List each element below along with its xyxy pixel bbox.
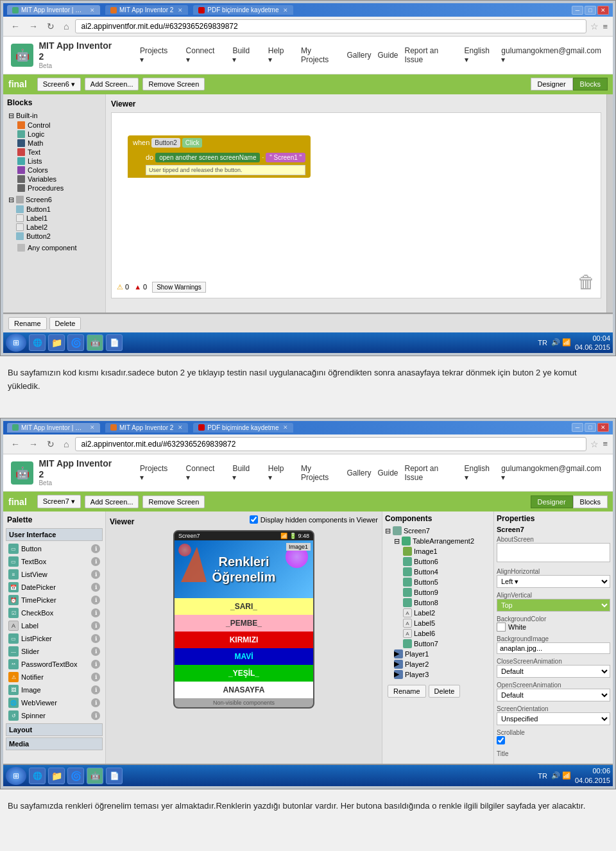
prop-about-input[interactable] [497,543,610,562]
reload-btn[interactable]: ↻ [44,20,57,33]
s2-taskbar-icon-chrome[interactable]: 🌀 [67,768,84,784]
prop-scrollable-checkbox[interactable] [497,736,505,744]
s2-nav-english[interactable]: English ▾ [465,464,495,482]
block-button2-text[interactable]: Button2 [151,138,180,148]
screen6-toggle[interactable]: ⊟ Screen6 [7,195,101,205]
comp-screen7[interactable]: ⊟ Screen7 [385,526,491,536]
blocks-btn-1[interactable]: Blocks [573,78,608,90]
palette-datepicker-info[interactable]: ℹ [91,583,100,592]
s2-nav-projects[interactable]: Projects ▾ [135,461,178,485]
palette-textbox[interactable]: ▭ TextBox ℹ [6,555,103,568]
prop-screen-orient-select[interactable]: Unspecified [497,712,610,725]
prop-align-v-select[interactable]: Top [497,599,610,612]
sidebar-control[interactable]: Control [7,121,101,130]
palette-slider[interactable]: — Slider ℹ [6,645,103,658]
palette-listview-info[interactable]: ℹ [91,570,100,579]
prop-align-h-select[interactable]: Left ▾ [497,575,610,588]
palette-checkbox-info[interactable]: ℹ [91,608,100,617]
sidebar-btn1[interactable]: Button1 [7,205,101,214]
browser-menu-icon[interactable]: ≡ [603,22,608,31]
s2-browser-menu-icon[interactable]: ≡ [603,439,608,449]
comp-player3[interactable]: ▶ Player3 [385,669,491,680]
s2-display-hidden-checkbox[interactable] [250,515,258,524]
palette-slider-info[interactable]: ℹ [91,647,100,656]
minimize-btn[interactable]: ─ [572,6,583,15]
s2-nav-user[interactable]: gulumangokmen@gmail.com ▾ [501,464,605,482]
s2-btn-blue[interactable]: MAVİ [175,648,313,665]
palette-datepicker[interactable]: 📅 DatePicker ℹ [6,581,103,594]
palette-timepicker[interactable]: ⏰ TimePicker ℹ [6,594,103,606]
taskbar-icon-folder[interactable]: 📁 [48,334,65,351]
maximize-btn[interactable]: □ [585,6,596,15]
home-btn[interactable]: ⌂ [61,20,71,33]
s2-minimize-btn[interactable]: ─ [572,423,583,432]
palette-image-info[interactable]: ℹ [91,685,100,694]
address-input-1[interactable] [75,19,586,33]
nav-gallery[interactable]: Gallery [346,51,371,60]
nav-myprojects[interactable]: My Projects [301,46,340,64]
designer-btn-1[interactable]: Designer [531,78,573,90]
nav-english[interactable]: English ▾ [465,46,495,64]
s2-taskbar-icon-folder[interactable]: 📁 [48,768,65,784]
comp-btn6[interactable]: Button6 [385,556,491,567]
s2-tab2[interactable]: MIT App Inventor 2 ✕ [105,423,188,433]
comp-btn8[interactable]: Button8 [385,597,491,608]
bookmark-icon[interactable]: ☆ [590,21,599,31]
palette-pwd-info[interactable]: ℹ [91,660,100,669]
palette-checkbox[interactable]: ☑ CheckBox ℹ [6,606,103,619]
comp-btn9[interactable]: Button9 [385,587,491,597]
sidebar-any-component[interactable]: Any component [7,243,101,252]
s2-btn-home[interactable]: ANASAYFA [175,682,313,698]
s2-screen-selector-btn[interactable]: Screen7 ▾ [37,495,81,508]
back-btn[interactable]: ← [8,20,22,33]
palette-spinner[interactable]: ↺ Spinner ℹ [6,709,103,722]
palette-webviewer[interactable]: 🌐 WebViewer ℹ [6,696,103,709]
comp-btn5[interactable]: Button5 [385,577,491,587]
s2-tab1-close[interactable]: ✕ [90,424,95,431]
sidebar-variables[interactable]: Variables [7,175,101,184]
s2-close-btn[interactable]: ✕ [597,423,609,432]
trash-icon[interactable]: 🗑 [578,271,595,293]
palette-label-info[interactable]: ℹ [91,621,100,630]
s2-nav-gallery[interactable]: Gallery [346,468,371,477]
remove-screen-btn-1[interactable]: Remove Screen [142,78,205,90]
s2-remove-screen-btn[interactable]: Remove Screen [142,495,205,508]
tab2[interactable]: MIT App Inventor 2 ✕ [105,5,188,15]
show-warnings-btn-1[interactable]: Show Warnings [152,282,206,293]
palette-webviewer-info[interactable]: ℹ [91,698,100,707]
palette-passwordtextbox[interactable]: ** PasswordTextBox ℹ [6,658,103,671]
s2-rename-btn[interactable]: Rename [388,685,426,698]
s2-blocks-btn[interactable]: Blocks [573,495,608,508]
tab2-close[interactable]: ✕ [178,7,183,13]
close-btn[interactable]: ✕ [597,6,609,15]
taskbar-icon-ie[interactable]: 🌐 [29,334,46,351]
comp-label5[interactable]: A Label5 [385,618,491,628]
nav-projects[interactable]: Projects ▾ [135,44,178,67]
palette-timepicker-info[interactable]: ℹ [91,596,100,605]
tab1-active[interactable]: MIT App Inventor | Explo... ✕ [7,5,100,15]
sidebar-logic[interactable]: Logic [7,130,101,139]
forward-btn[interactable]: → [26,20,40,33]
s2-taskbar-icon-ie[interactable]: 🌐 [29,768,46,784]
palette-notifier-info[interactable]: ℹ [91,673,100,682]
s2-back-btn[interactable]: ← [8,438,22,451]
s2-delete-btn[interactable]: Delete [429,685,461,698]
nav-connect[interactable]: Connect ▾ [181,44,225,67]
palette-listpicker-info[interactable]: ℹ [91,634,100,643]
palette-textbox-info[interactable]: ℹ [91,557,100,566]
block-open-screen-text[interactable]: open another screen screenName [155,153,260,162]
nav-report[interactable]: Report an Issue [405,46,458,64]
ide-scrollbar-1[interactable] [606,94,613,313]
s2-start-button[interactable]: ⊞ [6,767,26,785]
s2-nav-build[interactable]: Build ▾ [227,461,260,485]
palette-listview[interactable]: ≡ ListView ℹ [6,568,103,581]
s2-tab3-close[interactable]: ✕ [283,424,288,431]
s2-btn-yellow[interactable]: _SARI_ [175,598,313,615]
s2-forward-btn[interactable]: → [26,438,40,451]
s2-btn-green[interactable]: _YEŞİL_ [175,665,313,682]
s2-bookmark-icon[interactable]: ☆ [590,439,599,449]
comp-btn7[interactable]: Button7 [385,639,491,649]
tab3-close[interactable]: ✕ [283,7,288,13]
s2-designer-btn[interactable]: Designer [531,495,573,508]
s2-nav-connect[interactable]: Connect ▾ [181,461,225,485]
